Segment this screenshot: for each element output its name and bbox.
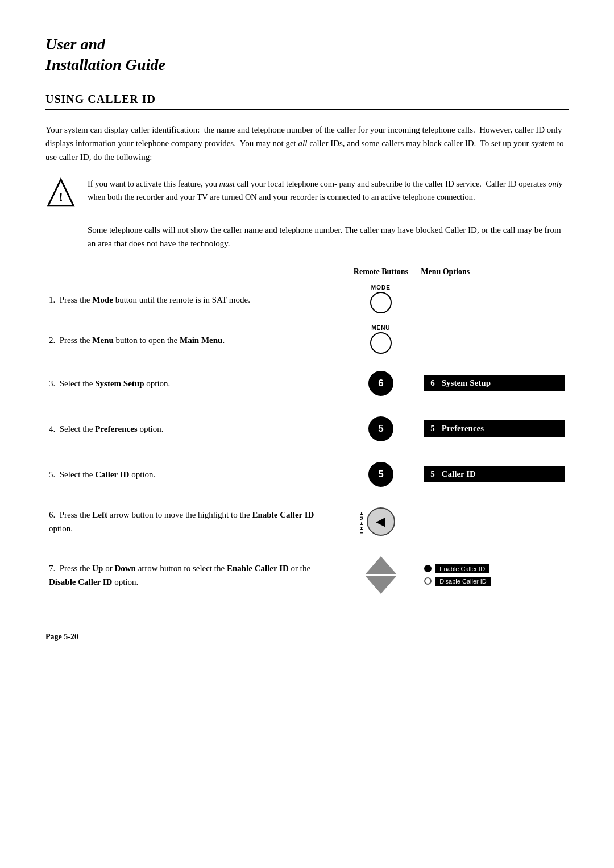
step-6-row: 6. Press the Left arrow button to move t… [45,497,569,546]
step-4-menu: 5Preferences [421,406,569,452]
intro-paragraph: Your system can display caller identific… [45,123,569,164]
five-button-callerid: 5 [368,462,393,487]
enable-caller-id-radio: Enable Caller ID [424,564,565,573]
col-menu-header: Menu Options [421,267,569,280]
mode-button [370,292,392,313]
step-7-text: 7. Press the Up or Down arrow button to … [45,546,341,604]
step-6-menu [421,497,569,546]
menu-label: MENU [345,325,418,331]
step-6-remote: THEME ◀ [341,497,421,546]
step-5-text: 5. Select the Caller ID option. [45,452,341,497]
enable-caller-id-label: Enable Caller ID [435,564,489,573]
step-5-menu: 5Caller ID [421,452,569,497]
step-3-row: 3. Select the System Setup option. 6 6Sy… [45,361,569,406]
step-1-row: 1. Press the Mode button until the remot… [45,280,569,320]
disable-caller-id-label: Disable Caller ID [435,577,491,586]
warning-text: If you want to activate this feature, yo… [88,177,569,204]
steps-table: Remote Buttons Menu Options 1. Press the… [45,267,569,604]
caller-id-option: 5Caller ID [424,466,565,482]
disable-caller-id-radio: Disable Caller ID [424,577,565,586]
svg-text:!: ! [59,189,63,204]
theme-left-button: THEME ◀ [367,507,395,536]
step-2-menu [421,320,569,361]
left-arrow-button: ◀ [367,507,395,536]
step-5-remote: 5 [341,452,421,497]
step-2-text: 2. Press the Menu button to open the Mai… [45,320,341,361]
menu-button [370,332,392,354]
step-7-remote [341,546,421,604]
step-2-row: 2. Press the Menu button to open the Mai… [45,320,569,361]
step-4-text: 4. Select the Preferences option. [45,406,341,452]
step-1-text: 1. Press the Mode button until the remot… [45,280,341,320]
six-button: 6 [368,371,393,396]
step-5-row: 5. Select the Caller ID option. 5 5Calle… [45,452,569,497]
step-4-remote: 5 [341,406,421,452]
warning-icon: ! [45,177,76,212]
mode-label: MODE [345,284,418,291]
step-4-row: 4. Select the Preferences option. 5 5Pre… [45,406,569,452]
section-heading-text: Using Caller ID [45,93,156,105]
section-heading: Using Caller ID [45,93,569,110]
updown-button [365,556,397,594]
step-3-menu: 6System Setup [421,361,569,406]
system-setup-option: 6System Setup [424,375,565,391]
step-6-text: 6. Press the Left arrow button to move t… [45,497,341,546]
step-1-menu [421,280,569,320]
step-3-text: 3. Select the System Setup option. [45,361,341,406]
step-2-remote: MENU [341,320,421,361]
col-step [45,267,341,280]
down-arrow-icon [365,576,397,594]
secondary-note: Some telephone calls will not show the c… [88,223,569,250]
step-7-row: 7. Press the Up or Down arrow button to … [45,546,569,604]
up-arrow-icon [365,556,397,574]
preferences-option: 5Preferences [424,420,565,437]
radio-empty-icon [424,577,432,585]
step-1-remote: MODE [341,280,421,320]
page-footer: Page 5-20 [45,633,569,642]
page-title: User and Installation Guide [45,34,569,76]
five-button-preferences: 5 [368,416,393,441]
col-remote-header: Remote Buttons [341,267,421,280]
radio-filled-icon [424,565,432,572]
step-7-menu: Enable Caller ID Disable Caller ID [421,546,569,604]
page-number: Page 5-20 [45,633,78,641]
warning-box: ! If you want to activate this feature, … [45,177,569,212]
step-3-remote: 6 [341,361,421,406]
